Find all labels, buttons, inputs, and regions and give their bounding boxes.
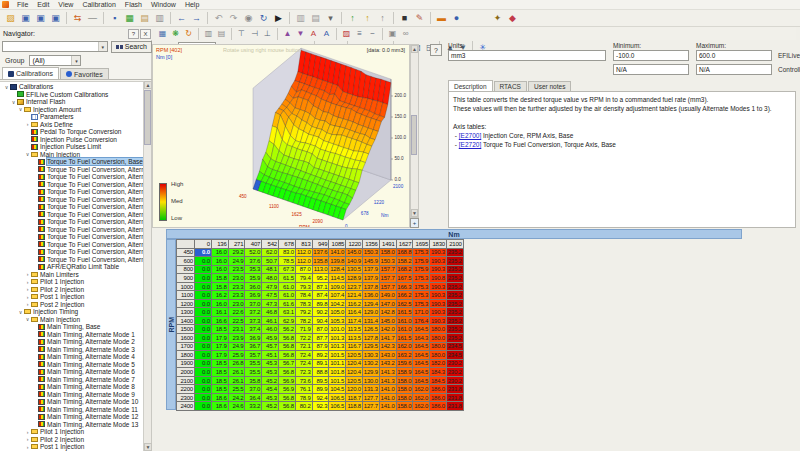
table-cell[interactable]: 36.9 <box>245 291 262 300</box>
table-cell[interactable]: 61.0 <box>278 282 295 291</box>
table-cell[interactable]: 235.2 <box>446 257 463 266</box>
table-cell[interactable]: 150.3 <box>379 257 396 266</box>
tree-item-torque-to-fuel-conversion-alternate-mode-5[interactable]: Torque To Fuel Conversion, Alternate Mod… <box>0 196 144 204</box>
table-cell[interactable]: 0.0 <box>195 368 212 377</box>
tree-item-main-timing-alternate-mode-5[interactable]: Main Timing, Alternate Mode 5 <box>0 361 144 369</box>
table-cell[interactable]: 131.4 <box>362 316 379 325</box>
table-cell[interactable]: 235.2 <box>446 282 463 291</box>
write-flash-icon[interactable]: ↑ <box>361 12 375 25</box>
tree-scrollbar[interactable]: ▲ ▼ <box>143 81 151 451</box>
table-cell[interactable]: 171.0 <box>413 308 430 317</box>
table-cell[interactable]: 120.4 <box>346 368 363 377</box>
table-cell[interactable]: 120.4 <box>346 359 363 368</box>
table-cell[interactable]: 76.1 <box>295 385 312 394</box>
tree-item-torque-to-fuel-conversion-alternate-mode-3[interactable]: Torque To Fuel Conversion, Alternate Mod… <box>0 181 144 189</box>
expand-icon[interactable]: › <box>24 121 31 127</box>
col-header-407[interactable]: 407 <box>245 240 262 249</box>
table-cell[interactable]: 114.5 <box>329 274 346 283</box>
table-cell[interactable]: 56.8 <box>278 342 295 351</box>
table-cell[interactable]: 48.1 <box>262 265 279 274</box>
tree-item-injection-pulse-conversion[interactable]: Injection Pulse Conversion <box>0 136 144 144</box>
table-cell[interactable]: 158.0 <box>396 376 413 385</box>
table-cell[interactable]: 45.2 <box>262 402 279 411</box>
table-cell[interactable]: 87.7 <box>312 334 329 343</box>
black-box-logging-icon[interactable]: ■ <box>398 12 412 25</box>
table-cell[interactable]: 141.0 <box>379 385 396 394</box>
table-cell[interactable]: 175.9 <box>413 257 430 266</box>
expand-icon[interactable]: › <box>24 301 31 307</box>
table-cell[interactable]: 24.9 <box>228 257 245 266</box>
tree-item-injection-amount[interactable]: ∨Injection Amount <box>0 106 144 114</box>
table-cell[interactable]: 175.3 <box>413 274 430 283</box>
row-header-800[interactable]: 800 <box>177 265 195 274</box>
col-header-1356[interactable]: 1356 <box>362 240 379 249</box>
table-cell[interactable]: 186.0 <box>430 393 447 402</box>
tree-item-post-1-injection[interactable]: ›Post 1 Injection <box>0 443 144 451</box>
collapse-icon[interactable]: ∨ <box>17 106 24 112</box>
table-cell[interactable]: 23.5 <box>228 265 245 274</box>
row-header-1500[interactable]: 1500 <box>177 325 195 334</box>
table-cell[interactable]: 184.5 <box>430 376 447 385</box>
col-header-1491[interactable]: 1491 <box>379 240 396 249</box>
table-cell[interactable]: 139.8 <box>329 257 346 266</box>
table-cell[interactable]: 128.9 <box>346 274 363 283</box>
table-cell[interactable]: 29.2 <box>228 248 245 257</box>
tree-item-main-timing-alternate-mode-6[interactable]: Main Timing, Alternate Mode 6 <box>0 368 144 376</box>
table-cell[interactable]: 168.2 <box>396 265 413 274</box>
table-cell[interactable]: 47.5 <box>262 291 279 300</box>
tree-item-injection-pulses-limit[interactable]: Injection Pulses Limit <box>0 143 144 151</box>
open-file-icon[interactable]: ▨ <box>4 12 18 25</box>
table-cell[interactable]: 142.8 <box>379 308 396 317</box>
table-cell[interactable]: 116.7 <box>346 342 363 351</box>
table-cell[interactable]: 36.9 <box>245 334 262 343</box>
table-cell[interactable]: 190.3 <box>430 257 447 266</box>
tree-item-main-limiters[interactable]: ›Main Limiters <box>0 271 144 279</box>
tree-item-parameters[interactable]: Parameters <box>0 113 144 121</box>
table-cell[interactable]: 235.2 <box>446 248 463 257</box>
table-cell[interactable]: 0.0 <box>195 359 212 368</box>
tab-description[interactable]: Description <box>448 80 493 91</box>
table-cell[interactable]: 56.9 <box>278 385 295 394</box>
col-header-1627[interactable]: 1627 <box>396 240 413 249</box>
table-cell[interactable]: 158.9 <box>396 368 413 377</box>
col-header-0[interactable]: 0 <box>195 240 212 249</box>
table-cell[interactable]: 56.2 <box>278 325 295 334</box>
table-cell[interactable]: 0.0 <box>195 282 212 291</box>
tree-item-efilive-custom-calibrations[interactable]: EFILive Custom Calibrations <box>0 91 144 99</box>
tree-item-torque-to-fuel-conversion-alternate-mode-11[interactable]: Torque To Fuel Conversion, Alternate Mod… <box>0 241 144 249</box>
tree-item-main-timing-alternate-mode-3[interactable]: Main Timing, Alternate Mode 3 <box>0 346 144 354</box>
table-cell[interactable]: 130.3 <box>362 351 379 360</box>
tree-item-main-timing-alternate-mode-4[interactable]: Main Timing, Alternate Mode 4 <box>0 353 144 361</box>
table-cell[interactable]: 78.5 <box>278 257 295 266</box>
row-header-2100[interactable]: 2100 <box>177 376 195 385</box>
group-select[interactable]: (All) ▾ <box>29 55 81 66</box>
paste-icon[interactable]: ▤ <box>309 12 323 25</box>
properties-icon[interactable]: ▪ <box>108 12 122 25</box>
menu-window[interactable]: Window <box>147 1 180 8</box>
table-cell[interactable]: 45.9 <box>262 334 279 343</box>
row-header-1800[interactable]: 1800 <box>177 351 195 360</box>
highlight-diff-icon[interactable]: ▨ <box>341 28 353 39</box>
table-cell[interactable]: 127.7 <box>362 393 379 402</box>
table-cell[interactable]: 72.4 <box>295 351 312 360</box>
table-cell[interactable]: 180.0 <box>430 351 447 360</box>
tree-item-main-timing-alternate-mode-7[interactable]: Main Timing, Alternate Mode 7 <box>0 376 144 384</box>
table-cell[interactable]: 106.5 <box>329 402 346 411</box>
table-cell[interactable]: 130.5 <box>346 265 363 274</box>
table-cell[interactable]: 15.8 <box>211 282 228 291</box>
table-cell[interactable]: 235.2 <box>446 265 463 274</box>
table-cell[interactable]: 164.3 <box>413 334 430 343</box>
table-cell[interactable]: 136.0 <box>362 291 379 300</box>
table-cell[interactable]: 175.9 <box>413 265 430 274</box>
user-icon[interactable]: ◉ <box>242 12 256 25</box>
table-cell[interactable]: 231.8 <box>446 393 463 402</box>
table-cell[interactable]: 18.5 <box>211 376 228 385</box>
table-cell[interactable]: 0.0 <box>195 299 212 308</box>
table-cell[interactable]: 186.0 <box>430 402 447 411</box>
table-cell[interactable]: 126.5 <box>362 325 379 334</box>
collapse-icon[interactable]: ∨ <box>10 99 17 105</box>
table-cell[interactable]: 128.4 <box>329 265 346 274</box>
table-cell[interactable]: 17.9 <box>211 342 228 351</box>
row-header-2200[interactable]: 2200 <box>177 385 195 394</box>
nav-forward-icon[interactable]: → <box>190 12 204 25</box>
